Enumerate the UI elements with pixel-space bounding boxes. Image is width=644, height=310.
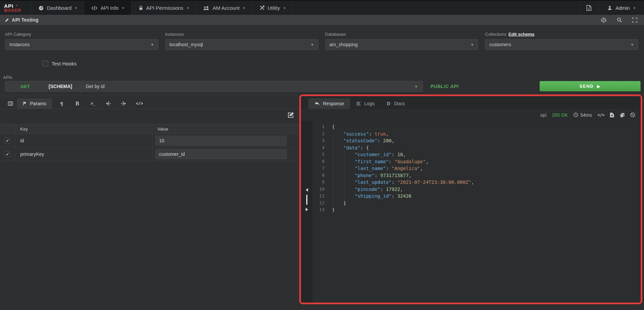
- filter-databases: Databases am_shopping ▼: [325, 32, 479, 50]
- nav-item-api-info[interactable]: API Info▾: [84, 1, 131, 15]
- api-select[interactable]: GET [SCHEMA] Get by id ▼: [5, 81, 423, 92]
- param-value-cell: customer_id: [153, 147, 299, 161]
- nav-item-dashboard[interactable]: Dashboard▾: [31, 1, 84, 15]
- filter-instances: Instances localhost_mysql ▼: [165, 32, 318, 50]
- api-row: GET [SCHEMA] Get by id ▼ PUBLIC API SEND…: [5, 81, 641, 92]
- code-line: 13}: [301, 206, 641, 214]
- code-line: 6 "first_name": "Guadalupe",: [301, 158, 641, 165]
- tab-params[interactable]: Params: [17, 98, 52, 109]
- line-content: "pincode": 17922,: [325, 186, 403, 193]
- line-number: 4: [312, 144, 325, 151]
- params-toolbar: Params ¶ B >_ </>: [0, 98, 299, 109]
- line-number: 8: [312, 172, 325, 179]
- column-header-key: Key: [16, 124, 153, 134]
- line-content: "last_update": "2021-07-24T23:30:00.000Z…: [325, 179, 474, 186]
- person-icon: [607, 5, 612, 10]
- bold-icon[interactable]: B: [69, 101, 85, 107]
- list-icon: [356, 102, 361, 106]
- tab-params-label: Params: [30, 101, 46, 106]
- filter-api-category: API Category Instances ▼: [5, 32, 158, 50]
- nav-item-api-permissions[interactable]: API Permissions▾: [131, 1, 196, 15]
- page-title: API Testing: [12, 17, 38, 23]
- code-icon[interactable]: </>: [597, 112, 604, 117]
- nav-item-utility[interactable]: Utility▾: [252, 1, 293, 15]
- tab-logs[interactable]: Logs: [350, 98, 380, 109]
- response-status-bar: api 200 OK 54ms </>: [301, 109, 641, 121]
- drag-bar[interactable]: [306, 195, 307, 205]
- block-icon[interactable]: [630, 112, 635, 117]
- param-value-cell: 10: [153, 134, 299, 147]
- tools-icon: [259, 5, 265, 10]
- line-number: 11: [312, 193, 325, 200]
- rocket-icon: [14, 4, 18, 8]
- line-content: "last_name": "Angelica",: [325, 165, 423, 172]
- navbar-items: Dashboard▾API Info▾API Permissions▾AM Ac…: [31, 1, 293, 15]
- reply-icon: [314, 102, 320, 106]
- tab-response[interactable]: Response: [308, 98, 350, 109]
- line-number: 2: [312, 131, 325, 138]
- document-icon[interactable]: [579, 1, 598, 15]
- divider: [0, 96, 299, 96]
- code-line: 8 "phone": 9731715877,: [301, 172, 641, 179]
- nav-item-label: API Permissions: [146, 5, 183, 11]
- svg-text:D: D: [387, 101, 390, 106]
- line-number: 9: [312, 179, 325, 186]
- docs-icon: D: [387, 101, 391, 106]
- param-value-input[interactable]: customer_id: [155, 149, 287, 159]
- test-hooks-checkbox[interactable]: [42, 61, 48, 66]
- code-line: 3 "statusCode": 200,: [301, 137, 641, 144]
- tab-label: Logs: [364, 101, 374, 106]
- param-value-input[interactable]: 10: [155, 136, 287, 146]
- line-content: "phone": 9731715877,: [325, 172, 411, 179]
- row-checkbox[interactable]: ✓: [5, 138, 10, 143]
- nav-item-label: API Info: [100, 5, 118, 11]
- edit-square-icon[interactable]: [287, 111, 295, 118]
- tab-label: Docs: [394, 101, 405, 106]
- line-content: "statusCode": 200,: [325, 137, 394, 144]
- row-checkbox[interactable]: ✓: [5, 151, 10, 157]
- app-logo[interactable]: API MAKER: [0, 1, 31, 15]
- terminal-icon[interactable]: >_: [85, 101, 100, 106]
- test-hooks-label: Test Hooks: [52, 61, 76, 66]
- hook-out-icon[interactable]: [116, 101, 131, 106]
- response-tabs: ResponseLogsDDocs: [301, 96, 641, 109]
- pilcrow-icon[interactable]: ¶: [54, 101, 69, 107]
- send-button[interactable]: SEND ▶: [540, 81, 641, 91]
- layout-columns-icon[interactable]: [5, 101, 16, 106]
- nav-item-label: Utility: [268, 5, 280, 11]
- download-icon[interactable]: [610, 112, 614, 118]
- code-line: 5 "customer_id": 10,: [301, 151, 641, 158]
- collections-select[interactable]: customers ▼: [485, 39, 638, 50]
- user-menu[interactable]: Admin ▾: [598, 1, 644, 15]
- codepen-icon[interactable]: [601, 17, 607, 23]
- hook-in-icon[interactable]: [100, 101, 116, 106]
- fullscreen-icon[interactable]: [632, 18, 637, 23]
- line-number: 6: [312, 158, 325, 165]
- line-number: 12: [312, 200, 325, 207]
- line-content: "customer_id": 10,: [325, 151, 406, 158]
- chevron-down-icon: ▼: [415, 85, 418, 88]
- nav-item-am-account[interactable]: AM Account▾: [196, 1, 252, 15]
- http-method-badge: GET: [21, 84, 30, 89]
- column-header-value: Value: [153, 124, 299, 134]
- databases-select[interactable]: am_shopping ▼: [325, 39, 479, 50]
- edit-schema-link[interactable]: Edit schema: [509, 32, 534, 37]
- panel-resize-handle[interactable]: [302, 188, 311, 211]
- tab-docs[interactable]: DDocs: [380, 98, 411, 109]
- public-api-badge: PUBLIC API: [430, 84, 459, 89]
- header-checkbox-cell: [0, 124, 16, 134]
- indent-guide: [333, 131, 333, 206]
- chevron-down-icon: ▼: [151, 43, 154, 47]
- collapse-left-icon[interactable]: [306, 188, 308, 192]
- param-key: primaryKey: [16, 147, 153, 161]
- code-icon[interactable]: </>: [131, 101, 147, 106]
- api-category-select[interactable]: Instances ▼: [5, 39, 158, 50]
- collapse-right-icon[interactable]: [306, 208, 308, 211]
- instances-select[interactable]: localhost_mysql ▼: [165, 39, 318, 50]
- copy-icon[interactable]: [620, 112, 625, 118]
- code-line: 11 "shipping_id": 32426: [301, 193, 641, 200]
- send-arrow-icon: ▶: [597, 84, 601, 89]
- code-line: 10 "pincode": 17922,: [301, 186, 641, 193]
- chevron-down-icon: ▾: [75, 6, 77, 10]
- search-icon[interactable]: [617, 17, 622, 23]
